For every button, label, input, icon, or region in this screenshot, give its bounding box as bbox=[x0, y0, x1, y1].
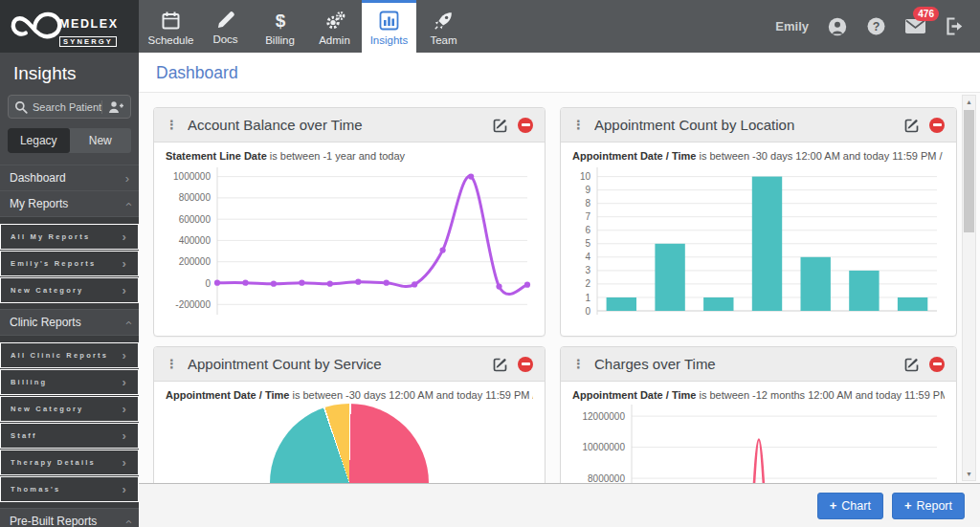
page-title: Dashboard bbox=[139, 53, 980, 83]
panel-account-balance-over-time: ⋮Account Balance over TimeStatement Line… bbox=[153, 107, 546, 337]
chevron-right-icon: › bbox=[122, 231, 128, 243]
sidebar-item-label: Therapy Details bbox=[11, 458, 122, 467]
svg-text:-200000: -200000 bbox=[175, 299, 211, 310]
add-report-button[interactable]: +Report bbox=[892, 493, 965, 519]
sidebar-submenu: All Clinic Reports›Billing›New Category›… bbox=[0, 335, 139, 508]
svg-text:0: 0 bbox=[585, 306, 590, 317]
top-nav: MEDLEX SYNERGY ScheduleDocs$BillingAdmin… bbox=[0, 0, 980, 53]
chevron-right-icon: › bbox=[122, 284, 128, 296]
drag-handle-icon[interactable]: ⋮ bbox=[166, 118, 178, 132]
chart-filter-text: Statement Line Date is between -1 year a… bbox=[166, 143, 533, 162]
calendar-icon bbox=[161, 11, 181, 31]
sidebar-item-new-category[interactable]: New Category› bbox=[0, 396, 139, 422]
plus-icon: + bbox=[904, 499, 912, 512]
drag-handle-icon[interactable]: ⋮ bbox=[572, 118, 585, 132]
svg-text:$: $ bbox=[275, 11, 285, 31]
sidebar-item-label: Billing bbox=[11, 378, 122, 386]
patient-search-input[interactable]: Search Patients... bbox=[8, 95, 131, 119]
svg-text:200000: 200000 bbox=[179, 256, 212, 267]
tab-insights[interactable]: Insights bbox=[362, 0, 416, 53]
remove-chart-button[interactable] bbox=[518, 357, 533, 372]
sidebar-item-label: Dashboard bbox=[10, 171, 125, 185]
remove-chart-button[interactable] bbox=[518, 118, 533, 133]
svg-text:10000000: 10000000 bbox=[583, 442, 626, 452]
svg-text:4: 4 bbox=[585, 252, 590, 262]
tab-label: Billing bbox=[265, 34, 295, 46]
user-avatar-button[interactable] bbox=[827, 16, 848, 37]
gears-icon bbox=[324, 11, 345, 31]
chevron-up-icon: › bbox=[121, 202, 133, 206]
add-patient-button[interactable] bbox=[101, 100, 124, 114]
sidebar-item-pre-built-reports[interactable]: Pre-Built Reports› bbox=[0, 508, 139, 527]
chevron-right-icon: › bbox=[122, 483, 128, 495]
svg-text:6: 6 bbox=[585, 225, 590, 235]
edit-chart-button[interactable] bbox=[904, 357, 920, 372]
main-content: Dashboard ⋮Account Balance over TimeStat… bbox=[139, 53, 980, 527]
logo-sub: SYNERGY bbox=[59, 36, 117, 47]
panel-body: Appointment Date / Time is between -30 d… bbox=[561, 143, 956, 322]
chevron-right-icon: › bbox=[122, 429, 128, 442]
panel-header: ⋮Appointment Count by Service bbox=[154, 347, 545, 382]
remove-chart-button[interactable] bbox=[929, 357, 945, 372]
sidebar-item-my-reports[interactable]: My Reports› bbox=[0, 190, 139, 216]
sidebar-item-emily-s-reports[interactable]: Emily's Reports› bbox=[0, 251, 139, 276]
drag-handle-icon[interactable]: ⋮ bbox=[572, 357, 585, 371]
edit-chart-button[interactable] bbox=[493, 357, 508, 372]
drag-handle-icon[interactable]: ⋮ bbox=[166, 357, 178, 371]
app-logo[interactable]: MEDLEX SYNERGY bbox=[0, 0, 139, 53]
tab-label: Docs bbox=[212, 33, 237, 45]
legacy-toggle-button[interactable]: Legacy bbox=[8, 128, 70, 153]
remove-chart-button[interactable] bbox=[929, 118, 945, 133]
edit-chart-button[interactable] bbox=[493, 118, 508, 133]
mail-button[interactable]: 476 bbox=[904, 17, 926, 35]
tab-admin[interactable]: Admin bbox=[307, 0, 362, 53]
scroll-down-arrow[interactable]: ▼ bbox=[963, 471, 975, 477]
add-chart-button[interactable]: +Chart bbox=[817, 493, 883, 519]
panel-title: Charges over Time bbox=[594, 356, 716, 372]
panel-appointment-count-by-service: ⋮Appointment Count by ServiceAppointment… bbox=[153, 346, 546, 483]
sign-out-button[interactable] bbox=[945, 16, 965, 36]
sidebar-item-label: Staff bbox=[11, 431, 122, 440]
sidebar-item-thomas-s[interactable]: Thomas's› bbox=[0, 476, 139, 502]
sidebar-item-label: Thomas's bbox=[11, 485, 122, 494]
new-toggle-button[interactable]: New bbox=[70, 128, 132, 153]
help-button[interactable]: ? bbox=[866, 16, 886, 36]
chevron-right-icon: › bbox=[122, 257, 128, 270]
panel-body: Statement Line Date is between -1 year a… bbox=[154, 143, 545, 322]
sidebar-item-new-category[interactable]: New Category› bbox=[0, 277, 139, 303]
scroll-up-arrow[interactable]: ▲ bbox=[963, 99, 975, 105]
tab-schedule[interactable]: Schedule bbox=[144, 0, 198, 53]
sidebar-item-label: My Reports bbox=[10, 197, 125, 210]
sidebar-item-label: All My Reports bbox=[11, 232, 122, 241]
subtitle-segment: Appointment Date / Time bbox=[572, 389, 696, 401]
chevron-right-icon: › bbox=[122, 349, 128, 362]
chart-filter-text: Appointment Date / Time is between -12 m… bbox=[572, 382, 945, 401]
content-area: ⋮Account Balance over TimeStatement Line… bbox=[139, 93, 980, 483]
panel-charges-over-time: ⋮Charges over TimeAppointment Date / Tim… bbox=[560, 346, 957, 483]
sidebar-submenu: All My Reports›Emily's Reports›New Categ… bbox=[0, 216, 139, 309]
sidebar-item-clinic-reports[interactable]: Clinic Reports› bbox=[0, 309, 139, 335]
svg-text:7: 7 bbox=[585, 211, 590, 222]
edit-chart-button[interactable] bbox=[904, 118, 920, 133]
tab-billing[interactable]: $Billing bbox=[253, 0, 307, 53]
sidebar-item-therapy-details[interactable]: Therapy Details› bbox=[0, 450, 139, 475]
panel-header: ⋮Charges over Time bbox=[561, 347, 956, 382]
nav-actions: ?476 bbox=[827, 16, 965, 37]
help-icon: ? bbox=[866, 16, 886, 36]
sidebar-item-staff[interactable]: Staff› bbox=[0, 423, 139, 449]
sidebar-item-label: All Clinic Reports bbox=[11, 351, 122, 360]
sidebar-item-all-clinic-reports[interactable]: All Clinic Reports› bbox=[0, 342, 139, 368]
sidebar-item-billing[interactable]: Billing› bbox=[0, 369, 139, 395]
sidebar-item-dashboard[interactable]: Dashboard› bbox=[0, 165, 139, 190]
scrollbar-thumb[interactable] bbox=[964, 110, 974, 232]
tab-docs[interactable]: Docs bbox=[198, 0, 253, 53]
logo-text: MEDLEX SYNERGY bbox=[59, 18, 119, 49]
sidebar: Insights Search Patients... Legacy New D… bbox=[0, 53, 139, 527]
sidebar-item-all-my-reports[interactable]: All My Reports› bbox=[0, 224, 139, 250]
button-label: Chart bbox=[841, 499, 871, 513]
vertical-scrollbar[interactable]: ▲ ▼ bbox=[962, 95, 976, 481]
svg-text:5: 5 bbox=[585, 238, 590, 249]
subtitle-segment: Statement Line Date bbox=[166, 150, 267, 162]
subtitle-segment: Appointment Date / Time bbox=[572, 150, 696, 162]
tab-team[interactable]: Team bbox=[416, 0, 471, 53]
